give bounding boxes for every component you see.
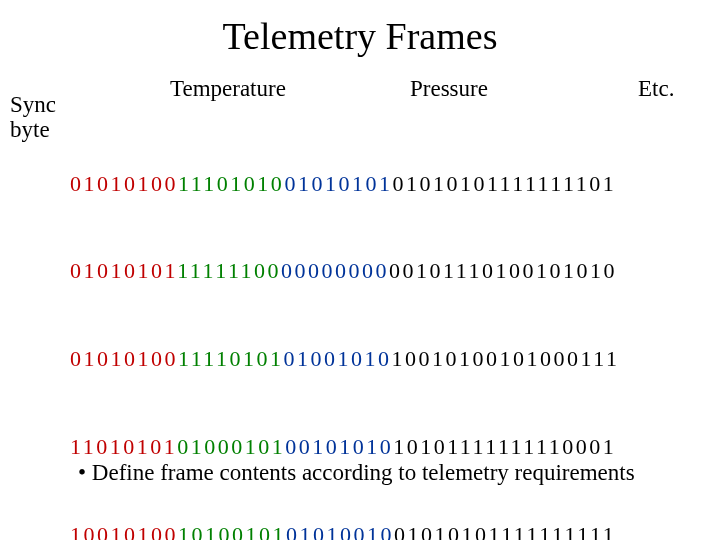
column-labels: Temperature Pressure Etc. — [0, 76, 720, 106]
sync-segment: 01010101 — [70, 258, 177, 283]
press-segment: 01001010 — [284, 346, 392, 371]
binary-row: 1001010010100101010100100101010111111111… — [70, 520, 621, 541]
etc-segment: 00101110100101010 — [389, 258, 617, 283]
temp-segment: 11111100 — [177, 258, 281, 283]
label-pressure: Pressure — [410, 76, 488, 102]
press-segment: 00000000 — [281, 258, 389, 283]
sync-segment: 10010100 — [70, 522, 178, 541]
bullet-point: • Define frame contents according to tel… — [78, 460, 635, 486]
label-etc: Etc. — [638, 76, 674, 102]
press-segment: 01010101 — [284, 171, 392, 196]
binary-row: 0101010011110101010010101001010010100011… — [70, 344, 621, 373]
binary-row: 1101010101000101001010101010111111111000… — [70, 432, 621, 461]
binary-row: 0101010011101010010101010101010111111110… — [70, 169, 621, 198]
press-segment: 00101010 — [285, 434, 393, 459]
sync-segment: 01010100 — [70, 346, 178, 371]
bullet-text: Define frame contents according to telem… — [92, 460, 635, 485]
binary-row: 0101010111111100000000000010111010010101… — [70, 256, 621, 285]
sync-segment: 11010101 — [70, 434, 177, 459]
sync-segment: 01010100 — [70, 171, 178, 196]
label-sync-byte: Syncbyte — [10, 92, 56, 143]
etc-segment: 10101111111110001 — [393, 434, 616, 459]
etc-segment: 01010101111111101 — [392, 171, 616, 196]
press-segment: 01010010 — [286, 522, 394, 541]
temp-segment: 10100101 — [178, 522, 286, 541]
temp-segment: 11101010 — [178, 171, 284, 196]
label-temperature: Temperature — [170, 76, 286, 102]
etc-segment: 10010100101000111 — [392, 346, 620, 371]
temp-segment: 01000101 — [177, 434, 285, 459]
page-title: Telemetry Frames — [0, 0, 720, 58]
etc-segment: 01010101111111111 — [394, 522, 616, 541]
temp-segment: 11110101 — [178, 346, 284, 371]
